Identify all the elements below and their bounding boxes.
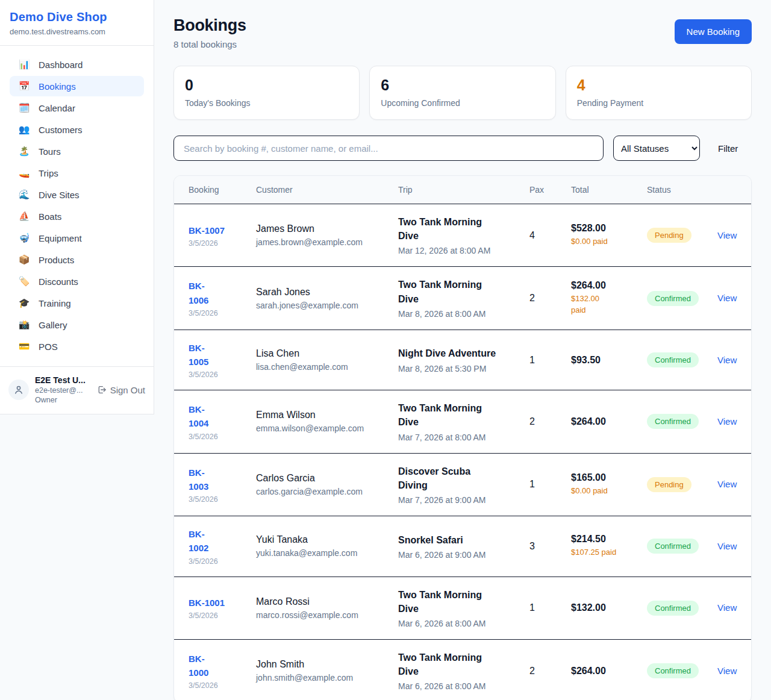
pax-count: 2: [529, 293, 571, 304]
pax-count: 4: [529, 230, 571, 241]
status-badge: Pending: [647, 477, 691, 492]
booking-id-link[interactable]: BK- 1004: [189, 402, 208, 431]
training-icon: 🎓: [18, 298, 30, 308]
sidebar-item-discounts[interactable]: 🏷️ Discounts: [10, 271, 144, 292]
view-booking-link[interactable]: View: [717, 293, 737, 303]
booking-date: 3/5/2026: [189, 495, 256, 504]
booking-id-link[interactable]: BK-1007: [189, 223, 225, 237]
customer-cell: Yuki Tanaka yuki.tanaka@example.com: [256, 534, 398, 558]
filter-button[interactable]: Filter: [710, 139, 746, 158]
sidebar-item-label: Equipment: [39, 233, 82, 243]
trip-name: Two Tank Morning Dive: [398, 401, 529, 429]
booking-id-link[interactable]: BK-1001: [189, 596, 225, 610]
stat-label: Upcoming Confirmed: [381, 98, 544, 108]
total-bookings-count: 8 total bookings: [173, 39, 246, 49]
customer-cell: Lisa Chen lisa.chen@example.com: [256, 348, 398, 372]
booking-date: 3/5/2026: [189, 611, 256, 620]
pos-icon: 💳: [18, 341, 30, 352]
status-cell: Confirmed: [647, 352, 717, 367]
total-amount: $165.00: [571, 472, 647, 483]
sidebar-item-customers[interactable]: 👥 Customers: [10, 119, 144, 140]
view-booking-link[interactable]: View: [717, 666, 737, 676]
sidebar-item-training[interactable]: 🎓 Training: [10, 293, 144, 313]
sidebar-item-gallery[interactable]: 📸 Gallery: [10, 314, 144, 335]
booking-id-link[interactable]: BK- 1000: [189, 652, 208, 680]
trip-name: Two Tank Morning Dive: [398, 651, 529, 678]
sidebar-item-label: Discounts: [39, 277, 78, 287]
actions-cell: View: [717, 602, 737, 613]
actions-cell: View: [717, 293, 737, 304]
sidebar-item-bookings[interactable]: 📅 Bookings: [10, 76, 144, 96]
trip-name: Night Dive Adventure: [398, 346, 529, 360]
calendar-icon: 🗓️: [18, 102, 30, 113]
sidebar-item-tours[interactable]: 🏝️ Tours: [10, 141, 144, 161]
stat-card: 0 Today's Bookings: [173, 66, 360, 120]
trip-name: Two Tank Morning Dive: [398, 215, 529, 243]
sidebar-item-trips[interactable]: 🚤 Trips: [10, 163, 144, 183]
sidebar-item-calendar[interactable]: 🗓️ Calendar: [10, 98, 144, 118]
customer-name: Yuki Tanaka: [256, 534, 398, 545]
user-section: E2E Test U... e2e-tester@... Owner Sign …: [0, 366, 154, 414]
column-header-pax: Pax: [529, 176, 571, 204]
sidebar-item-pos[interactable]: 💳 POS: [10, 336, 144, 357]
person-icon: [13, 384, 24, 395]
sign-out-button[interactable]: Sign Out: [97, 385, 145, 395]
sidebar-item-dive-sites[interactable]: 🌊 Dive Sites: [10, 184, 144, 205]
column-header-actions: [717, 181, 737, 199]
sidebar-nav: 📊 Dashboard 📅 Bookings 🗓️ Calendar 👥 Cus…: [0, 46, 154, 366]
trip-cell: Snorkel Safari Mar 6, 2026 at 9:00 AM: [398, 533, 529, 560]
view-booking-link[interactable]: View: [717, 479, 737, 489]
sidebar-item-equipment[interactable]: 🤿 Equipment: [10, 228, 144, 248]
view-booking-link[interactable]: View: [717, 416, 737, 427]
sidebar-item-products[interactable]: 📦 Products: [10, 249, 144, 270]
booking-id-link[interactable]: BK- 1006: [189, 279, 208, 307]
tours-icon: 🏝️: [18, 146, 30, 157]
dashboard-icon: 📊: [18, 59, 30, 70]
view-booking-link[interactable]: View: [717, 602, 737, 613]
stat-card: 4 Pending Payment: [566, 66, 752, 120]
sidebar-item-label: Calendar: [39, 103, 75, 113]
main-content: Bookings 8 total bookings New Booking 0 …: [154, 0, 771, 700]
trip-date: Mar 6, 2026 at 8:00 AM: [398, 681, 529, 691]
actions-cell: View: [717, 355, 737, 366]
view-booking-link[interactable]: View: [717, 230, 737, 240]
actions-cell: View: [717, 541, 737, 552]
booking-id-link[interactable]: BK- 1003: [189, 466, 208, 494]
gallery-icon: 📸: [18, 319, 30, 330]
bookings-icon: 📅: [18, 81, 30, 92]
pax-count: 3: [529, 541, 571, 552]
trip-date: Mar 7, 2026 at 9:00 AM: [398, 495, 529, 505]
actions-cell: View: [717, 230, 737, 241]
customer-cell: John Smith john.smith@example.com: [256, 659, 398, 683]
trip-cell: Two Tank Morning Dive Mar 6, 2026 at 8:0…: [398, 588, 529, 628]
pax-count: 1: [529, 479, 571, 490]
sidebar-item-label: Products: [39, 255, 74, 265]
customer-name: Emma Wilson: [256, 410, 398, 420]
stat-value: 6: [381, 77, 544, 94]
booking-id-link[interactable]: BK- 1005: [189, 341, 208, 369]
booking-cell: BK- 1003 3/5/2026: [189, 466, 256, 504]
table-row: BK- 1006 3/5/2026 Sarah Jones sarah.jone…: [174, 267, 751, 330]
boats-icon: ⛵: [18, 211, 30, 222]
sidebar-header: Demo Dive Shop demo.test.divestreams.com: [0, 0, 154, 46]
sidebar-item-dashboard[interactable]: 📊 Dashboard: [10, 54, 144, 75]
status-filter-select[interactable]: All Statuses: [613, 136, 700, 161]
view-booking-link[interactable]: View: [717, 541, 737, 551]
trip-name: Discover Scuba Diving: [398, 464, 529, 492]
total-cell: $528.00 $0.00 paid: [571, 223, 647, 248]
customer-email: lisa.chen@example.com: [256, 362, 398, 372]
sidebar-item-boats[interactable]: ⛵ Boats: [10, 206, 144, 227]
paid-amount: $0.00 paid: [571, 236, 647, 248]
total-amount: $264.00: [571, 666, 647, 677]
booking-id-link[interactable]: BK- 1002: [189, 527, 208, 555]
status-cell: Pending: [647, 228, 717, 243]
booking-cell: BK- 1004 3/5/2026: [189, 402, 256, 441]
status-badge: Confirmed: [647, 663, 699, 678]
view-booking-link[interactable]: View: [717, 355, 737, 365]
new-booking-button[interactable]: New Booking: [675, 19, 752, 44]
search-input[interactable]: [173, 136, 604, 161]
total-cell: $93.50: [571, 355, 647, 366]
trip-date: Mar 12, 2026 at 8:00 AM: [398, 246, 529, 255]
booking-cell: BK- 1005 3/5/2026: [189, 341, 256, 380]
booking-cell: BK-1007 3/5/2026: [189, 223, 256, 248]
